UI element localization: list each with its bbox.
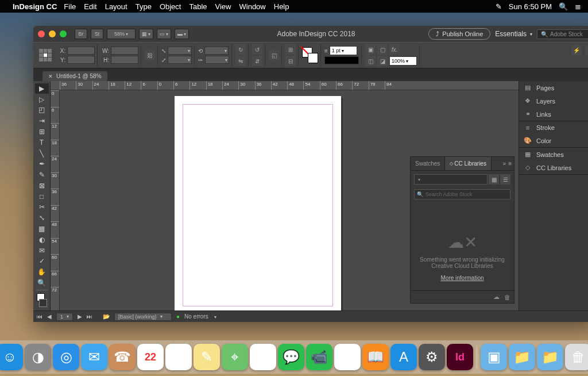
screen-mode-dropdown[interactable]: ▭ (157, 29, 171, 39)
dock-item-trash[interactable]: 🗑 (565, 344, 588, 370)
clock[interactable]: Sun 6:50 PM (509, 2, 552, 11)
dock-item-sysprefs[interactable]: ⚙ (419, 344, 445, 370)
panel-swatches[interactable]: ▦Swatches (519, 148, 588, 161)
menu-edit[interactable]: Edit (84, 2, 96, 11)
flip-v-icon[interactable]: ⇵ (252, 56, 262, 66)
dock-item-notes[interactable]: ✎ (194, 344, 220, 370)
arrange-dropdown[interactable]: ▬ (175, 29, 189, 39)
vertical-ruler[interactable]: 061218243036424854606672 (51, 90, 60, 310)
scissors-tool[interactable]: ✂ (35, 202, 49, 213)
document-tab[interactable]: ✕ Untitled-1 @ 58% (42, 71, 107, 81)
minimize-window-button[interactable] (49, 30, 56, 37)
trash-icon[interactable]: 🗑 (504, 294, 510, 301)
dock-item-documents[interactable]: 📁 (509, 344, 535, 370)
dock-item-appstore[interactable]: A (390, 344, 417, 370)
zoom-level-dropdown[interactable]: 58% (107, 29, 136, 39)
app-name[interactable]: InDesign CC (13, 2, 57, 11)
panel-pages[interactable]: ▤Pages (519, 81, 588, 94)
y-field[interactable] (67, 56, 95, 64)
cloud-sync-icon[interactable]: ☁ (493, 293, 500, 301)
shear-field[interactable] (205, 56, 229, 64)
workspace-switcher[interactable]: Essentials (495, 30, 532, 38)
rotate-cw-icon[interactable]: ↻ (235, 44, 246, 55)
gap-tool[interactable]: ⇥ (35, 116, 49, 126)
page-nav-next[interactable]: ▶ (78, 313, 82, 320)
select-prev-icon[interactable]: ⊟ (285, 56, 296, 66)
constrain-proportions-icon[interactable]: ⛓ (145, 50, 155, 60)
zoom-window-button[interactable] (60, 30, 67, 37)
opacity-field[interactable]: 100% (389, 56, 417, 66)
dock-item-apps[interactable]: ▣ (481, 344, 507, 370)
page-nav-prev[interactable]: ◀ (47, 313, 52, 320)
panel-menu-icon[interactable]: ⚙ (585, 45, 588, 55)
fill-stroke-swatch[interactable] (302, 47, 318, 63)
panel-stroke[interactable]: ≡Stroke (519, 121, 588, 134)
fit-frame-icon-4[interactable]: ◪ (377, 56, 388, 66)
view-options-dropdown[interactable]: ▦ (139, 29, 153, 39)
rectangle-tool[interactable]: □ (35, 191, 49, 202)
menu-file[interactable]: File (64, 2, 76, 11)
open-icon[interactable]: 📂 (103, 313, 110, 320)
select-content-icon[interactable]: ⊞ (285, 44, 296, 55)
menu-extras-icon[interactable]: ≣ (575, 2, 581, 11)
direct-selection-tool[interactable]: ▷ (35, 94, 49, 105)
type-tool[interactable]: T (35, 137, 49, 148)
dock-item-finder[interactable]: ☺ (0, 344, 23, 370)
dock-item-photos[interactable]: ✿ (250, 344, 276, 370)
fill-stroke-tool[interactable] (35, 292, 49, 308)
dock-item-safari[interactable]: ◎ (53, 344, 79, 370)
notification-center-icon[interactable]: ✎ (496, 2, 502, 11)
page-nav-prev2[interactable]: ⏮ (37, 313, 42, 320)
eyedropper-tool[interactable]: ✓ (35, 256, 49, 267)
dock-item-facetime[interactable]: 📹 (306, 344, 332, 370)
selection-tool[interactable]: ▶ (35, 83, 49, 94)
library-dropdown[interactable] (414, 174, 488, 185)
flip-h-icon[interactable]: ⇋ (235, 56, 246, 66)
dock-item-itunes[interactable]: ♫ (334, 344, 361, 370)
scale-y-field[interactable] (168, 56, 192, 64)
effects-icon[interactable]: fx. (389, 44, 400, 55)
dock-item-contacts[interactable]: ☎ (109, 344, 136, 370)
menu-layout[interactable]: Layout (105, 2, 127, 11)
fit-frame-icon-2[interactable]: ▢ (377, 44, 388, 55)
preflight-status-icon[interactable]: ● (176, 313, 180, 320)
rectangle-frame-tool[interactable]: ⊠ (35, 181, 49, 191)
page-tool[interactable]: ◰ (35, 105, 49, 116)
rotate-field[interactable] (204, 47, 229, 55)
gpu-icon[interactable]: ⚡ (571, 45, 582, 55)
adobe-stock-search[interactable]: 🔍 Adobe Stock (537, 29, 588, 39)
list-view-icon[interactable]: ☰ (500, 174, 510, 185)
page-number-field[interactable]: 1 (56, 313, 73, 321)
spotlight-icon[interactable]: 🔍 (559, 2, 568, 11)
h-field[interactable] (111, 56, 138, 64)
pen-tool[interactable]: ✒ (35, 159, 49, 169)
panel-cc-libraries[interactable]: ◇CC Libraries (519, 161, 588, 174)
panel-color[interactable]: 🎨Color (519, 134, 588, 147)
dock-item-indesign[interactable]: Id (447, 344, 473, 370)
horizontal-ruler[interactable]: 363024181260612182430364248546066727884 (51, 81, 519, 90)
publish-online-button[interactable]: ⤴ Publish Online (428, 28, 490, 40)
preflight-menu[interactable] (213, 313, 216, 320)
page-nav-next2[interactable]: ⏭ (87, 313, 92, 320)
close-window-button[interactable] (38, 30, 45, 37)
more-information-link[interactable]: More information (420, 275, 505, 281)
paragraph-style-field[interactable]: [Basic] (working) (114, 313, 172, 321)
gradient-feather-tool[interactable]: ◐ (35, 235, 49, 245)
note-tool[interactable]: ✉ (35, 245, 49, 256)
select-container-icon[interactable]: ◱ (269, 50, 279, 60)
stroke-style-dropdown[interactable] (324, 56, 359, 64)
menu-help[interactable]: Help (274, 2, 289, 11)
content-collector-tool[interactable]: ⊞ (35, 126, 49, 137)
panel-layers[interactable]: ❖Layers (519, 94, 588, 108)
w-field[interactable] (111, 47, 138, 55)
dock-item-mail[interactable]: ✉ (81, 344, 107, 370)
swatches-panel-tab[interactable]: Swatches (411, 157, 445, 170)
fit-frame-icon-1[interactable]: ▣ (365, 44, 376, 55)
grid-view-icon[interactable]: ▦ (489, 174, 499, 185)
dock-item-downloads[interactable]: 📁 (537, 344, 563, 370)
close-tab-icon[interactable]: ✕ (48, 74, 53, 79)
menu-type[interactable]: Type (136, 2, 152, 11)
menu-window[interactable]: Window (239, 2, 266, 11)
fit-frame-icon-3[interactable]: ◫ (365, 56, 376, 66)
dock-item-ibooks[interactable]: 📖 (362, 344, 389, 370)
